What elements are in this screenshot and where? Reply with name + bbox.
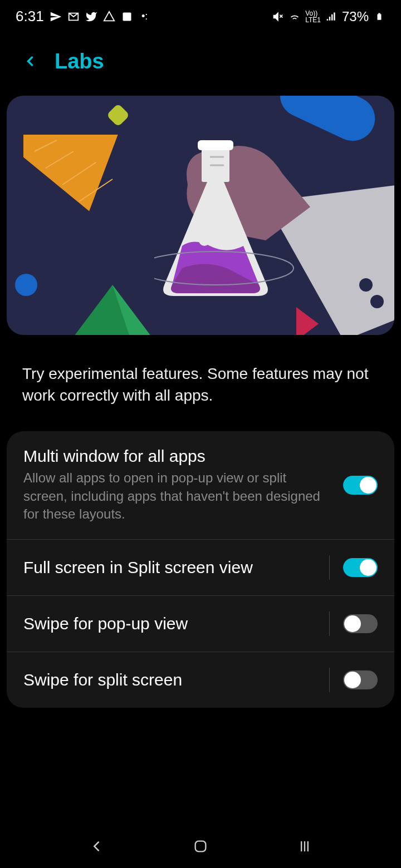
divider (329, 668, 330, 692)
nav-recents-button[interactable] (288, 835, 321, 857)
nav-home-button[interactable] (184, 835, 217, 857)
status-left: 6:31 •: (16, 8, 151, 25)
status-right: Vo))LTE1 73% (272, 9, 385, 24)
twitter-icon (85, 11, 97, 23)
svg-rect-2 (378, 13, 380, 14)
back-button[interactable] (22, 51, 38, 72)
svg-point-7 (370, 295, 384, 308)
dots-icon: •: (139, 11, 151, 23)
svg-point-6 (359, 278, 373, 292)
status-time: 6:31 (16, 8, 44, 25)
svg-rect-4 (107, 104, 129, 126)
swipe-popup-setting[interactable]: Swipe for pop-up view (7, 596, 394, 652)
gallery-icon (121, 11, 133, 23)
app-header: Labs (0, 33, 401, 96)
full-screen-split-toggle[interactable] (343, 558, 378, 577)
labs-description: Try experimental features. Some features… (0, 335, 401, 431)
multi-window-setting[interactable]: Multi window for all apps Allow all apps… (7, 431, 394, 539)
swipe-popup-title: Swipe for pop-up view (23, 614, 318, 633)
svg-rect-1 (378, 14, 382, 20)
status-bar: 6:31 •: Vo))LTE1 73% (0, 0, 401, 33)
full-screen-split-title: Full screen in Split screen view (23, 558, 318, 577)
mute-icon (272, 11, 284, 23)
wifi-icon (288, 11, 301, 23)
swipe-popup-text: Swipe for pop-up view (23, 614, 329, 633)
swipe-split-toggle[interactable] (343, 670, 378, 689)
volte-icon: Vo))LTE1 (305, 10, 321, 23)
svg-rect-15 (195, 841, 206, 852)
svg-point-5 (15, 274, 37, 296)
battery-percent: 73% (342, 9, 369, 24)
nav-back-button[interactable] (80, 835, 113, 857)
page-title: Labs (55, 50, 104, 73)
swipe-split-setting[interactable]: Swipe for split screen (7, 652, 394, 708)
svg-rect-9 (198, 140, 233, 150)
gmail-icon (67, 11, 80, 23)
full-screen-split-setting[interactable]: Full screen in Split screen view (7, 540, 394, 596)
full-screen-split-text: Full screen in Split screen view (23, 558, 329, 577)
navigation-bar (0, 835, 401, 868)
settings-card: Multi window for all apps Allow all apps… (7, 431, 394, 707)
signal-icon (325, 11, 338, 23)
telegram-icon (50, 11, 62, 23)
svg-point-12 (199, 235, 210, 246)
divider (329, 555, 330, 580)
hero-illustration (7, 96, 394, 335)
divider (329, 611, 330, 636)
multi-window-subtitle: Allow all apps to open in pop-up view or… (23, 469, 332, 523)
svg-point-13 (211, 229, 218, 235)
battery-icon (373, 11, 385, 23)
drive-icon (103, 11, 115, 23)
svg-rect-0 (123, 12, 131, 21)
swipe-popup-toggle[interactable] (343, 614, 378, 633)
multi-window-text: Multi window for all apps Allow all apps… (23, 447, 343, 523)
multi-window-title: Multi window for all apps (23, 447, 332, 466)
swipe-split-text: Swipe for split screen (23, 670, 329, 689)
swipe-split-title: Swipe for split screen (23, 670, 318, 689)
multi-window-toggle[interactable] (343, 476, 378, 495)
